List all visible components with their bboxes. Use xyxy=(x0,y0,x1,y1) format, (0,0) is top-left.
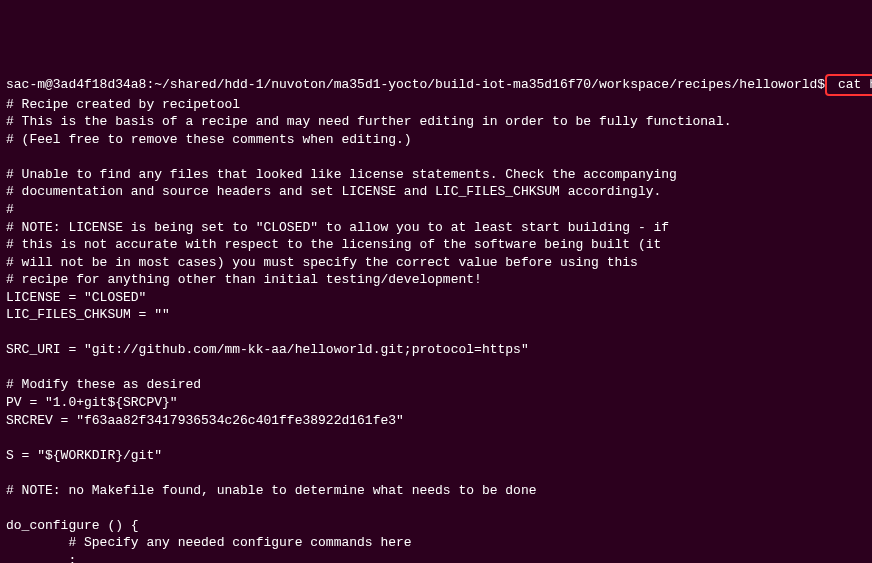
prompt-line-1: sac-m@3ad4f18d34a8:~/shared/hdd-1/nuvoto… xyxy=(6,77,872,92)
output-line: SRCREV = "f63aa82f3417936534c26c401ffe38… xyxy=(6,413,404,428)
output-line: # This is the basis of a recipe and may … xyxy=(6,114,732,129)
output-line: # this is not accurate with respect to t… xyxy=(6,237,661,252)
output-line: # NOTE: LICENSE is being set to "CLOSED"… xyxy=(6,220,669,235)
command-cat-highlight: cat helloworld_git.bb xyxy=(825,74,872,96)
prompt-dollar: $ xyxy=(817,77,825,92)
output-line: # xyxy=(6,202,14,217)
output-line: # Recipe created by recipetool xyxy=(6,97,240,112)
output-line: # will not be in most cases) you must sp… xyxy=(6,255,638,270)
output-line: # NOTE: no Makefile found, unable to det… xyxy=(6,483,537,498)
output-line: # Specify any needed configure commands … xyxy=(6,535,412,550)
output-line: : xyxy=(6,553,76,563)
prompt-user-host: sac-m@3ad4f18d34a8 xyxy=(6,77,146,92)
output-line: S = "${WORKDIR}/git" xyxy=(6,448,162,463)
output-line: LICENSE = "CLOSED" xyxy=(6,290,146,305)
output-line: # (Feel free to remove these comments wh… xyxy=(6,132,412,147)
output-line: # Unable to find any files that looked l… xyxy=(6,167,677,182)
prompt-path: ~/shared/hdd-1/nuvoton/ma35d1-yocto/buil… xyxy=(154,77,817,92)
output-line: SRC_URI = "git://github.com/mm-kk-aa/hel… xyxy=(6,342,529,357)
terminal-window[interactable]: sac-m@3ad4f18d34a8:~/shared/hdd-1/nuvoto… xyxy=(6,74,866,563)
output-line: # Modify these as desired xyxy=(6,377,201,392)
output-line: # documentation and source headers and s… xyxy=(6,184,661,199)
output-line: PV = "1.0+git${SRCPV}" xyxy=(6,395,178,410)
output-line: # recipe for anything other than initial… xyxy=(6,272,482,287)
command-text: cat helloworld_git.bb xyxy=(830,77,872,92)
output-line: LIC_FILES_CHKSUM = "" xyxy=(6,307,170,322)
output-line: do_configure () { xyxy=(6,518,139,533)
